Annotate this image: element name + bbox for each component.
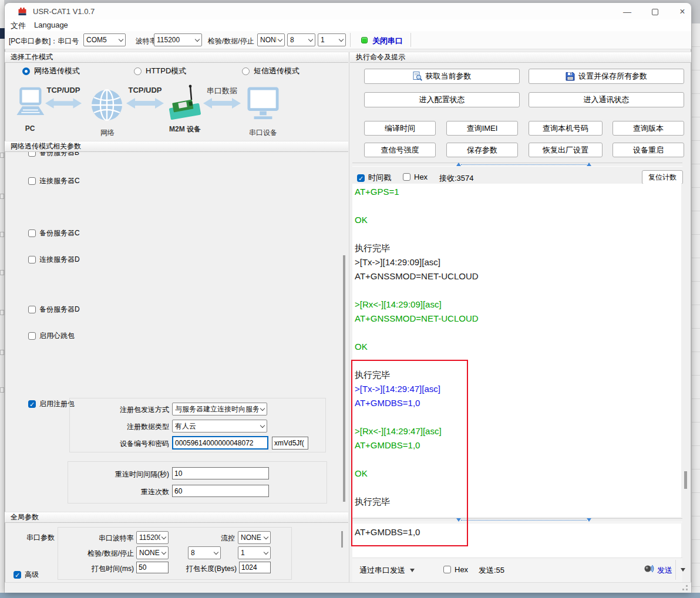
- device-id-label: 设备编号和密码: [76, 439, 169, 449]
- chevron-down-icon: [681, 568, 685, 572]
- advanced-checkbox[interactable]: ✓: [14, 571, 21, 579]
- cmd-button-r1-1[interactable]: 设置并保存所有参数: [529, 69, 684, 84]
- pc-icon: [15, 87, 45, 121]
- send-hex-checkbox[interactable]: [443, 566, 451, 573]
- pack-len-input[interactable]: 1024: [239, 562, 271, 573]
- send-button[interactable]: 发送: [657, 565, 672, 576]
- stopbits-select[interactable]: 1: [318, 33, 346, 46]
- cmd-button-r2-0[interactable]: 进入配置状态: [364, 92, 520, 107]
- cmd-button-r4-1[interactable]: 保存参数: [446, 143, 518, 157]
- global-scrollbar-thumb[interactable]: [341, 531, 343, 548]
- scrollbar-thumb[interactable]: [343, 255, 345, 502]
- cmd-button-r3-3[interactable]: 查询版本: [612, 121, 684, 136]
- link-label-tcp1: TCP/UDP: [45, 86, 82, 94]
- log-scrollbar[interactable]: [681, 184, 691, 517]
- radio-icon[interactable]: [134, 67, 142, 75]
- net-checkbox-row-0[interactable]: 备份服务器B: [28, 152, 79, 158]
- floppy-icon: [566, 72, 575, 81]
- pack-time-label: 打包时间(ms): [70, 564, 134, 574]
- splitter-handle[interactable]: [456, 517, 591, 523]
- parity-select[interactable]: NONI: [257, 33, 285, 46]
- chevron-down-icon: [339, 36, 344, 41]
- checkbox-icon[interactable]: [28, 152, 36, 157]
- checkbox-icon[interactable]: [28, 306, 36, 313]
- checkbox-icon[interactable]: [28, 177, 36, 185]
- reconnect-count-input[interactable]: 60: [172, 485, 269, 497]
- work-mode-radio-2[interactable]: 短信透传模式: [242, 66, 299, 76]
- net-checkbox-row-5[interactable]: 启用心跳包: [28, 331, 75, 341]
- pack-time-input[interactable]: 50: [136, 562, 169, 573]
- cmd-button-r4-3[interactable]: 设备重启: [612, 143, 684, 157]
- advanced-checkbox-row[interactable]: ✓ 高级: [14, 570, 39, 580]
- net-checkbox-row-6[interactable]: ✓启用注册包: [28, 399, 75, 409]
- register-data-type-select[interactable]: 有人云: [172, 420, 267, 433]
- serial-params-label: 串口参数: [26, 533, 57, 543]
- reconnect-interval-input[interactable]: 10: [172, 467, 269, 479]
- resize-grip-icon[interactable]: [686, 585, 688, 587]
- work-mode-radio-1[interactable]: HTTPD模式: [134, 66, 186, 76]
- cmd-button-r2-1[interactable]: 进入通讯状态: [529, 92, 684, 107]
- hex-checkbox[interactable]: [403, 173, 410, 181]
- checkbox-icon[interactable]: ✓: [28, 400, 36, 408]
- reconnect-count-label: 重连次数: [76, 487, 169, 497]
- work-mode-header: 选择工作模式: [5, 52, 348, 63]
- cmd-button-label: 获取当前参数: [426, 71, 472, 82]
- left-panel-scrollbar[interactable]: [342, 153, 346, 509]
- work-mode-radio-0[interactable]: 网络透传模式: [22, 66, 80, 76]
- baud-select[interactable]: 115200: [154, 33, 202, 46]
- close-port-button[interactable]: 关闭串口: [372, 36, 403, 46]
- timestamp-checkbox-row[interactable]: ✓ 时间戳: [357, 173, 391, 183]
- cmd-button-r3-2[interactable]: 查询本机号码: [529, 121, 603, 136]
- net-params-header: 网络透传模式相关参数: [5, 141, 348, 152]
- splitter-handle[interactable]: [456, 161, 591, 167]
- global-baud-select[interactable]: 115200: [136, 531, 169, 544]
- net-checkbox-row-1[interactable]: 连接服务器C: [28, 176, 80, 186]
- node-label-network: 网络: [91, 128, 124, 138]
- monitor-icon: [247, 87, 279, 122]
- parity-label: 检验/数据/停止: [208, 36, 254, 46]
- chevron-down-icon: [119, 36, 123, 41]
- send-options-button[interactable]: [677, 560, 689, 580]
- radio-icon[interactable]: [22, 67, 30, 75]
- flow-select[interactable]: NONE: [238, 531, 271, 544]
- timestamp-checkbox[interactable]: ✓: [357, 174, 365, 182]
- background-fragment: [0, 270, 4, 275]
- send-hex-checkbox-row[interactable]: Hex: [443, 565, 468, 574]
- log-line-2: OK: [355, 215, 368, 225]
- hex-label: Hex: [414, 173, 428, 181]
- databits-select[interactable]: 8: [287, 33, 315, 46]
- maximize-button[interactable]: [641, 3, 668, 21]
- work-mode-label: HTTPD模式: [146, 66, 186, 76]
- close-button[interactable]: ×: [669, 3, 696, 21]
- scrollbar-thumb[interactable]: [684, 471, 687, 489]
- radio-icon[interactable]: [242, 67, 250, 75]
- chevron-down-icon: [278, 36, 282, 41]
- global-stopbits-select[interactable]: 1: [238, 546, 271, 559]
- flow-label: 流控: [194, 533, 235, 543]
- global-databits-select[interactable]: 8: [188, 546, 221, 559]
- checkbox-icon[interactable]: [28, 332, 36, 340]
- register-send-mode-select[interactable]: 与服务器建立连接时向服务: [172, 403, 267, 415]
- device-password-input[interactable]: xmVd5Jf(: [272, 437, 308, 450]
- checkbox-icon[interactable]: [28, 256, 36, 263]
- reset-count-button[interactable]: 复位计数: [642, 170, 683, 184]
- menu-file[interactable]: 文件: [11, 21, 26, 31]
- search-doc-icon: [413, 72, 422, 81]
- net-checkbox-row-2[interactable]: 备份服务器C: [28, 228, 80, 238]
- hex-checkbox-row[interactable]: Hex: [403, 173, 428, 181]
- global-parity-select[interactable]: NONE: [136, 546, 169, 559]
- minimize-button[interactable]: —: [614, 3, 641, 21]
- cmd-button-r3-1[interactable]: 查询IMEI: [446, 121, 518, 136]
- net-checkbox-row-3[interactable]: 连接服务器D: [28, 255, 80, 265]
- cmd-button-r3-0[interactable]: 编译时间: [364, 121, 436, 136]
- com-port-select[interactable]: COM5: [83, 33, 126, 46]
- cmd-button-r4-0[interactable]: 查信号强度: [364, 143, 436, 157]
- menu-language[interactable]: Language: [34, 21, 68, 29]
- link-label-tcp2: TCP/UDP: [126, 86, 164, 94]
- send-via-dropdown[interactable]: 通过串口发送: [359, 565, 415, 576]
- net-checkbox-row-4[interactable]: 备份服务器D: [28, 305, 80, 315]
- device-id-input[interactable]: 00059614000000048072: [172, 436, 268, 450]
- cmd-button-r1-0[interactable]: 获取当前参数: [364, 69, 520, 84]
- checkbox-icon[interactable]: [28, 229, 36, 237]
- cmd-button-r4-2[interactable]: 恢复出厂设置: [529, 143, 603, 157]
